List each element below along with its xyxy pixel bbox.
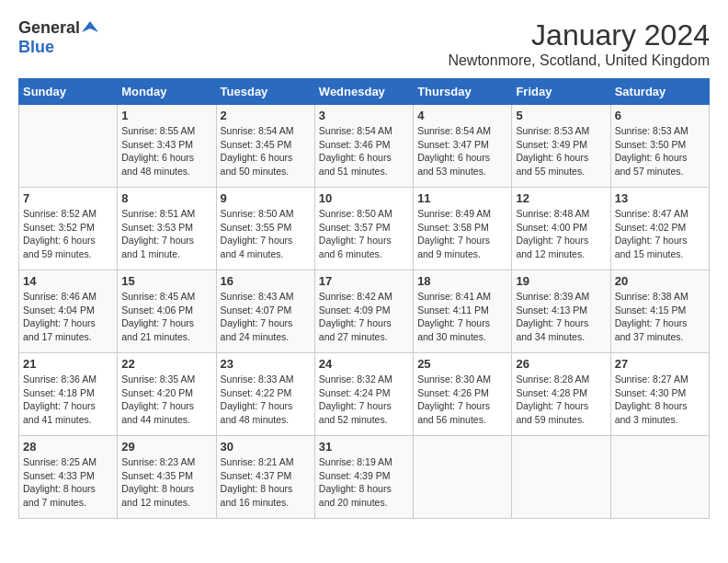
day-info: Sunrise: 8:23 AM Sunset: 4:35 PM Dayligh… — [121, 455, 211, 510]
day-number: 16 — [221, 274, 311, 288]
day-number: 11 — [417, 191, 507, 205]
day-number: 8 — [121, 191, 211, 205]
day-info: Sunrise: 8:53 AM Sunset: 3:50 PM Dayligh… — [615, 124, 705, 178]
header-saturday: Saturday — [610, 79, 709, 105]
day-cell-4-0: 28Sunrise: 8:25 AM Sunset: 4:33 PM Dayli… — [19, 436, 118, 519]
day-number: 29 — [121, 440, 211, 454]
week-row-1: 1Sunrise: 8:55 AM Sunset: 3:43 PM Daylig… — [19, 105, 710, 188]
day-cell-1-1: 8Sunrise: 8:51 AM Sunset: 3:53 PM Daylig… — [118, 188, 216, 270]
title-area: January 2024 Newtonmore, Scotland, Unite… — [448, 18, 710, 69]
day-cell-3-1: 22Sunrise: 8:35 AM Sunset: 4:20 PM Dayli… — [118, 353, 216, 436]
day-info: Sunrise: 8:52 AM Sunset: 3:52 PM Dayligh… — [23, 207, 113, 261]
day-number: 13 — [615, 191, 705, 205]
day-cell-0-6: 6Sunrise: 8:53 AM Sunset: 3:50 PM Daylig… — [610, 105, 709, 188]
day-info: Sunrise: 8:47 AM Sunset: 4:02 PM Dayligh… — [615, 207, 705, 261]
day-number: 18 — [417, 274, 507, 288]
day-cell-3-5: 26Sunrise: 8:28 AM Sunset: 4:28 PM Dayli… — [512, 353, 610, 436]
day-info: Sunrise: 8:53 AM Sunset: 3:49 PM Dayligh… — [516, 124, 606, 178]
day-cell-3-4: 25Sunrise: 8:30 AM Sunset: 4:26 PM Dayli… — [414, 353, 512, 436]
day-info: Sunrise: 8:27 AM Sunset: 4:30 PM Dayligh… — [615, 373, 705, 427]
day-info: Sunrise: 8:42 AM Sunset: 4:09 PM Dayligh… — [319, 290, 409, 344]
day-info: Sunrise: 8:25 AM Sunset: 4:33 PM Dayligh… — [23, 455, 113, 510]
day-number: 5 — [516, 109, 606, 122]
calendar-table: Sunday Monday Tuesday Wednesday Thursday… — [18, 78, 710, 519]
day-cell-1-5: 12Sunrise: 8:48 AM Sunset: 4:00 PM Dayli… — [512, 188, 610, 270]
day-cell-0-3: 3Sunrise: 8:54 AM Sunset: 3:46 PM Daylig… — [314, 105, 413, 188]
logo-bird-icon — [82, 19, 98, 36]
header-tuesday: Tuesday — [216, 79, 314, 105]
day-info: Sunrise: 8:55 AM Sunset: 3:43 PM Dayligh… — [121, 124, 211, 178]
day-info: Sunrise: 8:45 AM Sunset: 4:06 PM Dayligh… — [121, 290, 211, 344]
day-cell-0-4: 4Sunrise: 8:54 AM Sunset: 3:47 PM Daylig… — [414, 105, 512, 188]
header-thursday: Thursday — [414, 79, 512, 105]
day-number: 12 — [516, 191, 606, 205]
day-cell-1-0: 7Sunrise: 8:52 AM Sunset: 3:52 PM Daylig… — [19, 188, 118, 270]
day-number: 24 — [319, 357, 409, 371]
location-title: Newtonmore, Scotland, United Kingdom — [448, 52, 710, 69]
day-info: Sunrise: 8:39 AM Sunset: 4:13 PM Dayligh… — [516, 290, 606, 344]
day-info: Sunrise: 8:50 AM Sunset: 3:55 PM Dayligh… — [221, 207, 311, 261]
day-cell-0-5: 5Sunrise: 8:53 AM Sunset: 3:49 PM Daylig… — [512, 105, 610, 188]
day-cell-1-3: 10Sunrise: 8:50 AM Sunset: 3:57 PM Dayli… — [314, 188, 413, 270]
day-info: Sunrise: 8:48 AM Sunset: 4:00 PM Dayligh… — [516, 207, 606, 261]
day-cell-4-4 — [414, 436, 512, 519]
day-cell-4-6 — [610, 436, 709, 519]
day-number: 26 — [516, 357, 606, 371]
day-number: 7 — [23, 191, 113, 205]
logo: General Blue — [18, 18, 98, 57]
day-number: 23 — [221, 357, 311, 371]
day-info: Sunrise: 8:38 AM Sunset: 4:15 PM Dayligh… — [615, 290, 705, 344]
header-friday: Friday — [512, 79, 610, 105]
day-cell-3-3: 24Sunrise: 8:32 AM Sunset: 4:24 PM Dayli… — [314, 353, 413, 436]
day-cell-2-4: 18Sunrise: 8:41 AM Sunset: 4:11 PM Dayli… — [414, 270, 512, 353]
day-number: 9 — [221, 191, 311, 205]
day-number: 3 — [319, 109, 409, 122]
day-info: Sunrise: 8:33 AM Sunset: 4:22 PM Dayligh… — [221, 373, 311, 427]
day-cell-4-5 — [512, 436, 610, 519]
day-number: 22 — [121, 357, 211, 371]
day-info: Sunrise: 8:19 AM Sunset: 4:39 PM Dayligh… — [319, 455, 409, 510]
day-cell-2-2: 16Sunrise: 8:43 AM Sunset: 4:07 PM Dayli… — [216, 270, 314, 353]
day-info: Sunrise: 8:46 AM Sunset: 4:04 PM Dayligh… — [23, 290, 113, 344]
day-cell-4-3: 31Sunrise: 8:19 AM Sunset: 4:39 PM Dayli… — [314, 436, 413, 519]
day-info: Sunrise: 8:43 AM Sunset: 4:07 PM Dayligh… — [221, 290, 311, 344]
day-cell-3-0: 21Sunrise: 8:36 AM Sunset: 4:18 PM Dayli… — [19, 353, 118, 436]
week-row-4: 21Sunrise: 8:36 AM Sunset: 4:18 PM Dayli… — [19, 353, 710, 436]
week-row-3: 14Sunrise: 8:46 AM Sunset: 4:04 PM Dayli… — [19, 270, 710, 353]
day-info: Sunrise: 8:41 AM Sunset: 4:11 PM Dayligh… — [417, 290, 507, 344]
day-number: 31 — [319, 440, 409, 454]
day-cell-0-2: 2Sunrise: 8:54 AM Sunset: 3:45 PM Daylig… — [216, 105, 314, 188]
day-cell-1-4: 11Sunrise: 8:49 AM Sunset: 3:58 PM Dayli… — [414, 188, 512, 270]
day-number: 30 — [221, 440, 311, 454]
day-cell-3-2: 23Sunrise: 8:33 AM Sunset: 4:22 PM Dayli… — [216, 353, 314, 436]
day-info: Sunrise: 8:51 AM Sunset: 3:53 PM Dayligh… — [121, 207, 211, 261]
day-number: 19 — [516, 274, 606, 288]
day-info: Sunrise: 8:30 AM Sunset: 4:26 PM Dayligh… — [417, 373, 507, 427]
day-cell-2-5: 19Sunrise: 8:39 AM Sunset: 4:13 PM Dayli… — [512, 270, 610, 353]
weekday-header-row: Sunday Monday Tuesday Wednesday Thursday… — [19, 79, 710, 105]
day-info: Sunrise: 8:35 AM Sunset: 4:20 PM Dayligh… — [121, 373, 211, 427]
day-number: 2 — [221, 109, 311, 122]
header-monday: Monday — [118, 79, 216, 105]
day-number: 20 — [615, 274, 705, 288]
day-number: 28 — [23, 440, 113, 454]
day-info: Sunrise: 8:50 AM Sunset: 3:57 PM Dayligh… — [319, 207, 409, 261]
header-sunday: Sunday — [19, 79, 118, 105]
day-info: Sunrise: 8:49 AM Sunset: 3:58 PM Dayligh… — [417, 207, 507, 261]
week-row-5: 28Sunrise: 8:25 AM Sunset: 4:33 PM Dayli… — [19, 436, 710, 519]
day-number: 4 — [417, 109, 507, 122]
day-info: Sunrise: 8:54 AM Sunset: 3:45 PM Dayligh… — [221, 124, 311, 178]
svg-marker-0 — [82, 21, 98, 32]
day-number: 21 — [23, 357, 113, 371]
day-cell-0-0 — [19, 105, 118, 188]
day-info: Sunrise: 8:36 AM Sunset: 4:18 PM Dayligh… — [23, 373, 113, 427]
day-cell-2-1: 15Sunrise: 8:45 AM Sunset: 4:06 PM Dayli… — [118, 270, 216, 353]
day-cell-1-2: 9Sunrise: 8:50 AM Sunset: 3:55 PM Daylig… — [216, 188, 314, 270]
day-number: 25 — [417, 357, 507, 371]
day-number: 1 — [121, 109, 211, 122]
day-number: 10 — [319, 191, 409, 205]
logo-general-text: General — [18, 18, 80, 38]
day-number: 14 — [23, 274, 113, 288]
day-cell-1-6: 13Sunrise: 8:47 AM Sunset: 4:02 PM Dayli… — [610, 188, 709, 270]
day-cell-0-1: 1Sunrise: 8:55 AM Sunset: 3:43 PM Daylig… — [118, 105, 216, 188]
